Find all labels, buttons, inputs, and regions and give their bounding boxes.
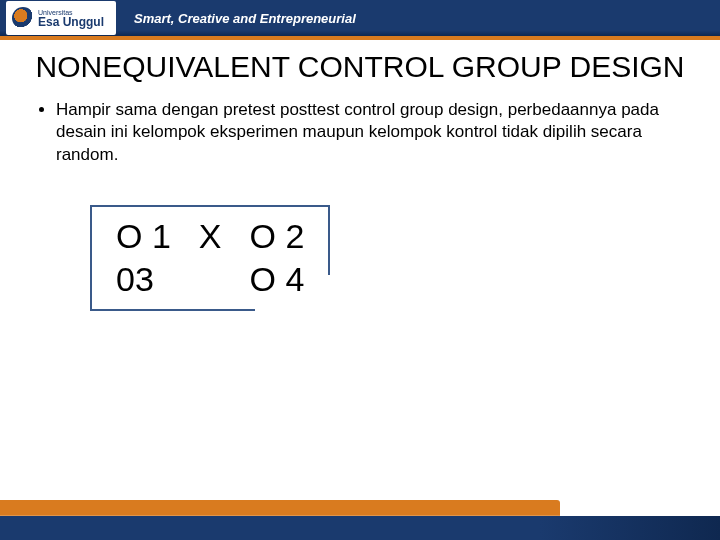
footer-blue-band	[0, 516, 720, 540]
logo-main-text: Esa Unggul	[38, 16, 104, 28]
cell-empty	[185, 258, 236, 301]
slide-footer	[0, 492, 720, 540]
cell-o3: 03	[102, 258, 185, 301]
bullet-item: Hampir sama dengan pretest posttest cont…	[56, 99, 690, 168]
table-row: 03 O 4	[102, 258, 318, 301]
logo-swirl-icon	[12, 7, 34, 29]
design-table: O 1 X O 2 03 O 4	[102, 215, 318, 301]
cell-x: X	[185, 215, 236, 258]
design-diagram: O 1 X O 2 03 O 4	[90, 205, 330, 311]
table-row: O 1 X O 2	[102, 215, 318, 258]
cell-o2: O 2	[236, 215, 319, 258]
slide-title: NONEQUIVALENT CONTROL GROUP DESIGN	[30, 50, 690, 85]
slide-content: NONEQUIVALENT CONTROL GROUP DESIGN Hampi…	[0, 40, 720, 315]
cell-o1: O 1	[102, 215, 185, 258]
university-logo: Universitas Esa Unggul	[6, 1, 116, 35]
slide-header: Universitas Esa Unggul Smart, Creative a…	[0, 0, 720, 40]
cell-o4: O 4	[236, 258, 319, 301]
logo-text: Universitas Esa Unggul	[38, 9, 104, 28]
bullet-list: Hampir sama dengan pretest posttest cont…	[30, 99, 690, 168]
tagline: Smart, Creative and Entrepreneurial	[134, 11, 356, 26]
